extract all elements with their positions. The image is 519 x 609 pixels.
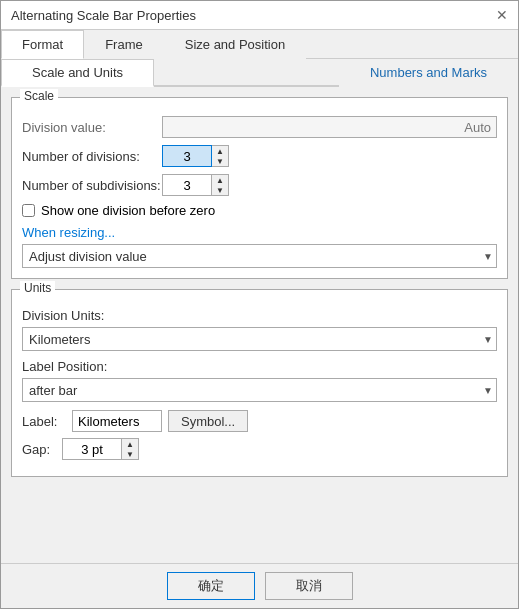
main-window: Alternating Scale Bar Properties ✕ Forma… bbox=[0, 0, 519, 609]
division-units-label: Division Units: bbox=[22, 308, 104, 323]
gap-spinner-btns: ▲ ▼ bbox=[122, 438, 139, 460]
num-subdivisions-down[interactable]: ▼ bbox=[212, 185, 228, 195]
label-label: Label: bbox=[22, 414, 72, 429]
num-divisions-spinner: ▲ ▼ bbox=[162, 145, 229, 167]
num-subdivisions-up[interactable]: ▲ bbox=[212, 175, 228, 185]
division-value-input[interactable] bbox=[162, 116, 497, 138]
symbol-button[interactable]: Symbol... bbox=[168, 410, 248, 432]
cancel-button[interactable]: 取消 bbox=[265, 572, 353, 600]
footer: 确定 取消 bbox=[1, 563, 518, 608]
content-area: Scale Division value: Number of division… bbox=[1, 87, 518, 563]
num-subdivisions-spinner-btns: ▲ ▼ bbox=[212, 174, 229, 196]
tab-row-1: Format Frame Size and Position bbox=[1, 30, 518, 59]
tab-frame[interactable]: Frame bbox=[84, 30, 164, 59]
num-divisions-input[interactable] bbox=[162, 145, 212, 167]
gap-down[interactable]: ▼ bbox=[122, 449, 138, 459]
num-divisions-down[interactable]: ▼ bbox=[212, 156, 228, 166]
division-units-wrapper: Kilometers Miles Meters Feet ▼ bbox=[22, 327, 497, 351]
checkbox-label: Show one division before zero bbox=[41, 203, 215, 218]
window-title: Alternating Scale Bar Properties bbox=[11, 8, 196, 23]
units-section-title: Units bbox=[20, 281, 55, 295]
resizing-dropdown[interactable]: Adjust division value Adjust number of d… bbox=[22, 244, 497, 268]
tab-size-position[interactable]: Size and Position bbox=[164, 30, 306, 59]
division-value-row: Division value: bbox=[22, 116, 497, 138]
title-bar: Alternating Scale Bar Properties ✕ bbox=[1, 1, 518, 30]
tab-numbers-marks[interactable]: Numbers and Marks bbox=[339, 59, 518, 87]
label-row: Label: Symbol... bbox=[22, 410, 497, 432]
label-position-label: Label Position: bbox=[22, 359, 107, 374]
resizing-label: When resizing... bbox=[22, 225, 497, 240]
ok-button[interactable]: 确定 bbox=[167, 572, 255, 600]
tab-format[interactable]: Format bbox=[1, 30, 84, 59]
label-position-wrapper: after bar before bar above bar below bar… bbox=[22, 378, 497, 402]
num-divisions-label: Number of divisions: bbox=[22, 149, 162, 164]
label-input[interactable] bbox=[72, 410, 162, 432]
label-position-dropdown[interactable]: after bar before bar above bar below bar bbox=[22, 378, 497, 402]
gap-input[interactable] bbox=[62, 438, 122, 460]
resizing-dropdown-wrapper: Adjust division value Adjust number of d… bbox=[22, 244, 497, 268]
gap-up[interactable]: ▲ bbox=[122, 439, 138, 449]
units-section: Units Division Units: Kilometers Miles M… bbox=[11, 289, 508, 477]
scale-section-title: Scale bbox=[20, 89, 58, 103]
gap-row: Gap: ▲ ▼ bbox=[22, 438, 497, 460]
num-divisions-row: Number of divisions: ▲ ▼ bbox=[22, 145, 497, 167]
label-inline-group: Symbol... bbox=[72, 410, 248, 432]
num-divisions-up[interactable]: ▲ bbox=[212, 146, 228, 156]
num-divisions-spinner-btns: ▲ ▼ bbox=[212, 145, 229, 167]
gap-spinner: ▲ ▼ bbox=[62, 438, 139, 460]
close-button[interactable]: ✕ bbox=[496, 7, 508, 23]
show-division-checkbox[interactable] bbox=[22, 204, 35, 217]
num-subdivisions-row: Number of subdivisions: ▲ ▼ bbox=[22, 174, 497, 196]
num-subdivisions-input[interactable] bbox=[162, 174, 212, 196]
division-units-dropdown[interactable]: Kilometers Miles Meters Feet bbox=[22, 327, 497, 351]
tab-row-2: Scale and Units Numbers and Marks bbox=[1, 59, 518, 87]
tab-scale-units[interactable]: Scale and Units bbox=[1, 59, 154, 87]
division-value-label: Division value: bbox=[22, 120, 162, 135]
checkbox-row: Show one division before zero bbox=[22, 203, 497, 218]
scale-section: Scale Division value: Number of division… bbox=[11, 97, 508, 279]
num-subdivisions-spinner: ▲ ▼ bbox=[162, 174, 229, 196]
num-subdivisions-label: Number of subdivisions: bbox=[22, 178, 162, 193]
gap-label: Gap: bbox=[22, 442, 62, 457]
